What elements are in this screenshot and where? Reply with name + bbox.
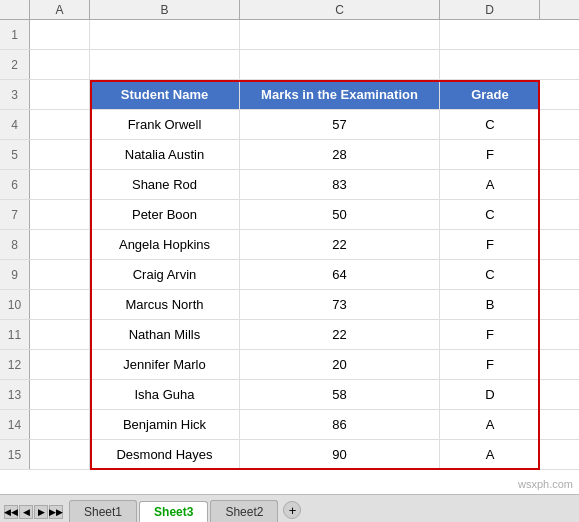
cell-d14[interactable]: A [440,410,540,439]
cell-b8[interactable]: Angela Hopkins [90,230,240,259]
cell-b2[interactable] [90,50,240,79]
row-number: 6 [0,170,30,199]
cell-a4[interactable] [30,110,90,139]
cell-c5[interactable]: 28 [240,140,440,169]
cell-b11[interactable]: Nathan Mills [90,320,240,349]
cell-a15[interactable] [30,440,90,469]
watermark: wsxph.com [518,478,573,490]
cell-c3-header[interactable]: Marks in the Examination [240,80,440,109]
cell-d8[interactable]: F [440,230,540,259]
cell-d15[interactable]: A [440,440,540,469]
cell-d7[interactable]: C [440,200,540,229]
cell-c11[interactable]: 22 [240,320,440,349]
cell-c7[interactable]: 50 [240,200,440,229]
cell-d4[interactable]: C [440,110,540,139]
cell-a7[interactable] [30,200,90,229]
tab-sheet3[interactable]: Sheet3 [139,501,208,522]
cell-a13[interactable] [30,380,90,409]
cell-d3-header[interactable]: Grade [440,80,540,109]
cell-d5[interactable]: F [440,140,540,169]
cell-b12[interactable]: Jennifer Marlo [90,350,240,379]
tab-nav-arrows: ◀◀ ◀ ▶ ▶▶ [4,505,63,519]
col-header-a: A [30,0,90,19]
cell-d2[interactable] [440,50,540,79]
cell-a1[interactable] [30,20,90,49]
row-number: 2 [0,50,30,79]
table-row: 4 Frank Orwell 57 C [0,110,579,140]
col-header-d: D [440,0,540,19]
table-row: 12 Jennifer Marlo 20 F [0,350,579,380]
cell-b14[interactable]: Benjamin Hick [90,410,240,439]
cell-a14[interactable] [30,410,90,439]
row-number: 11 [0,320,30,349]
table-row: 7 Peter Boon 50 C [0,200,579,230]
table-row: 3 Student Name Marks in the Examination … [0,80,579,110]
cell-c4[interactable]: 57 [240,110,440,139]
cell-b7[interactable]: Peter Boon [90,200,240,229]
tab-bar: ◀◀ ◀ ▶ ▶▶ Sheet1 Sheet3 Sheet2 + [0,494,579,522]
tab-prev-icon[interactable]: ◀ [19,505,33,519]
cell-a9[interactable] [30,260,90,289]
cell-d11[interactable]: F [440,320,540,349]
row-number: 4 [0,110,30,139]
spreadsheet-app: A B C D 1 2 [0,0,579,522]
cell-a8[interactable] [30,230,90,259]
cell-a6[interactable] [30,170,90,199]
tab-sheet1[interactable]: Sheet1 [69,500,137,522]
row-number: 15 [0,440,30,469]
cell-b15[interactable]: Desmond Hayes [90,440,240,469]
cell-a11[interactable] [30,320,90,349]
cell-a5[interactable] [30,140,90,169]
col-header-rn [0,0,30,19]
tab-add-button[interactable]: + [283,501,301,519]
cell-a3[interactable] [30,80,90,109]
cell-d10[interactable]: B [440,290,540,319]
cell-c1[interactable] [240,20,440,49]
cell-d13[interactable]: D [440,380,540,409]
cell-c14[interactable]: 86 [240,410,440,439]
cell-a2[interactable] [30,50,90,79]
row-number: 7 [0,200,30,229]
cell-c9[interactable]: 64 [240,260,440,289]
cell-b9[interactable]: Craig Arvin [90,260,240,289]
row-number: 3 [0,80,30,109]
table-row: 13 Isha Guha 58 D [0,380,579,410]
cell-c10[interactable]: 73 [240,290,440,319]
cell-b4[interactable]: Frank Orwell [90,110,240,139]
cell-d9[interactable]: C [440,260,540,289]
table-row: 2 [0,50,579,80]
cell-d12[interactable]: F [440,350,540,379]
grid-area: 1 2 3 Student Name Marks in the Examinat… [0,20,579,494]
cell-d1[interactable] [440,20,540,49]
cell-b6[interactable]: Shane Rod [90,170,240,199]
cell-b5[interactable]: Natalia Austin [90,140,240,169]
table-row: 11 Nathan Mills 22 F [0,320,579,350]
row-number: 12 [0,350,30,379]
cell-a12[interactable] [30,350,90,379]
table-row: 6 Shane Rod 83 A [0,170,579,200]
table-row: 1 [0,20,579,50]
row-number: 13 [0,380,30,409]
cell-c6[interactable]: 83 [240,170,440,199]
cell-c13[interactable]: 58 [240,380,440,409]
cell-c2[interactable] [240,50,440,79]
tab-first-icon[interactable]: ◀◀ [4,505,18,519]
cell-b10[interactable]: Marcus North [90,290,240,319]
cell-b13[interactable]: Isha Guha [90,380,240,409]
cell-c15[interactable]: 90 [240,440,440,469]
table-row: 8 Angela Hopkins 22 F [0,230,579,260]
cell-a10[interactable] [30,290,90,319]
cell-d6[interactable]: A [440,170,540,199]
cell-b3-header[interactable]: Student Name [90,80,240,109]
tab-last-icon[interactable]: ▶▶ [49,505,63,519]
row-number: 10 [0,290,30,319]
cell-c12[interactable]: 20 [240,350,440,379]
cell-b1[interactable] [90,20,240,49]
tab-next-icon[interactable]: ▶ [34,505,48,519]
cell-c8[interactable]: 22 [240,230,440,259]
row-number: 9 [0,260,30,289]
row-number: 5 [0,140,30,169]
col-header-b: B [90,0,240,19]
col-header-c: C [240,0,440,19]
tab-sheet2[interactable]: Sheet2 [210,500,278,522]
